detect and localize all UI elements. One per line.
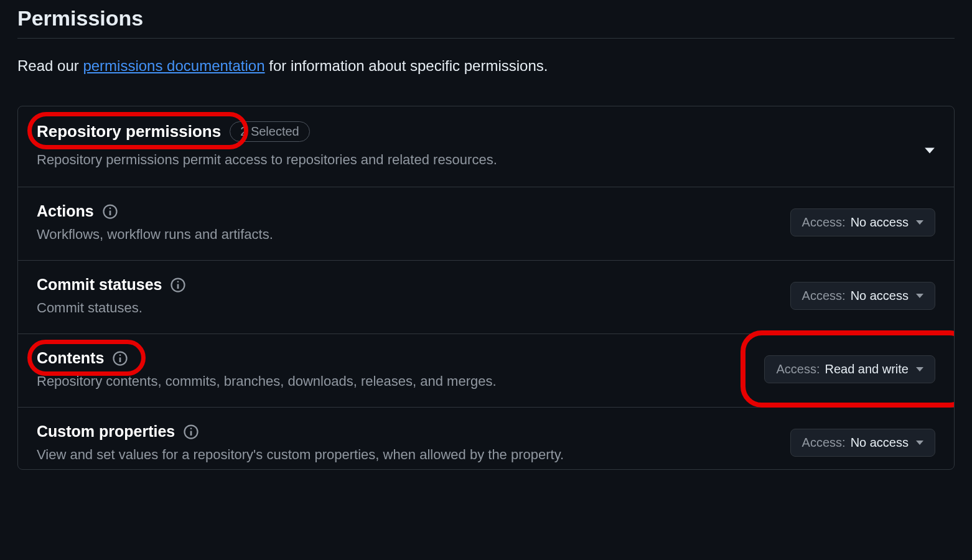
access-value: No access: [851, 289, 909, 303]
access-dropdown-commit-statuses[interactable]: Access: No access: [790, 282, 935, 310]
caret-down-icon: [916, 220, 923, 225]
access-dropdown-actions[interactable]: Access: No access: [790, 208, 935, 236]
info-icon[interactable]: [171, 278, 185, 292]
panel-header[interactable]: Repository permissions 2 Selected Reposi…: [18, 106, 954, 187]
info-icon[interactable]: [113, 351, 128, 366]
info-icon[interactable]: [184, 424, 199, 439]
permission-row-contents: Contents Repository contents, commits, b…: [18, 334, 954, 408]
intro-text: Read our permissions documentation for i…: [17, 57, 955, 75]
permission-row-actions: Actions Workflows, workflow runs and art…: [18, 187, 954, 261]
permission-title: Commit statuses: [37, 276, 162, 294]
permissions-doc-link[interactable]: permissions documentation: [83, 57, 264, 74]
access-value: Read and write: [825, 362, 909, 376]
caret-down-icon: [916, 441, 923, 445]
svg-point-1: [109, 207, 111, 209]
caret-down-icon: [916, 367, 923, 371]
permission-title: Custom properties: [37, 422, 175, 441]
intro-suffix: for information about specific permissio…: [265, 57, 548, 74]
section-description: Repository permissions permit access to …: [37, 152, 912, 168]
permission-description: Repository contents, commits, branches, …: [37, 373, 749, 390]
permission-description: View and set values for a repository's c…: [37, 447, 775, 463]
svg-point-7: [119, 354, 121, 356]
access-label: Access:: [802, 436, 846, 450]
permission-title: Contents: [37, 349, 104, 367]
access-dropdown-contents[interactable]: Access: Read and write: [764, 355, 935, 383]
access-label: Access:: [802, 215, 846, 230]
permission-description: Commit statuses.: [37, 300, 775, 316]
access-dropdown-custom-properties[interactable]: Access: No access: [790, 429, 935, 457]
caret-down-icon: [916, 294, 923, 298]
permission-row-commit-statuses: Commit statuses Commit statuses. Access:…: [18, 261, 954, 334]
info-icon[interactable]: [103, 204, 118, 219]
repository-permissions-panel: Repository permissions 2 Selected Reposi…: [17, 106, 955, 470]
selected-count-badge: 2 Selected: [230, 121, 310, 142]
svg-point-4: [177, 281, 179, 282]
access-label: Access:: [776, 362, 820, 376]
intro-prefix: Read our: [17, 57, 83, 74]
chevron-down-icon: [924, 145, 935, 156]
permission-title: Actions: [37, 202, 94, 220]
section-title: Repository permissions: [37, 122, 221, 141]
access-value: No access: [851, 436, 909, 450]
access-label: Access:: [802, 289, 846, 303]
page-title: Permissions: [17, 6, 955, 39]
permission-row-custom-properties: Custom properties View and set values fo…: [18, 408, 954, 469]
access-value: No access: [851, 215, 909, 230]
permission-description: Workflows, workflow runs and artifacts.: [37, 226, 775, 243]
svg-point-10: [190, 427, 192, 429]
